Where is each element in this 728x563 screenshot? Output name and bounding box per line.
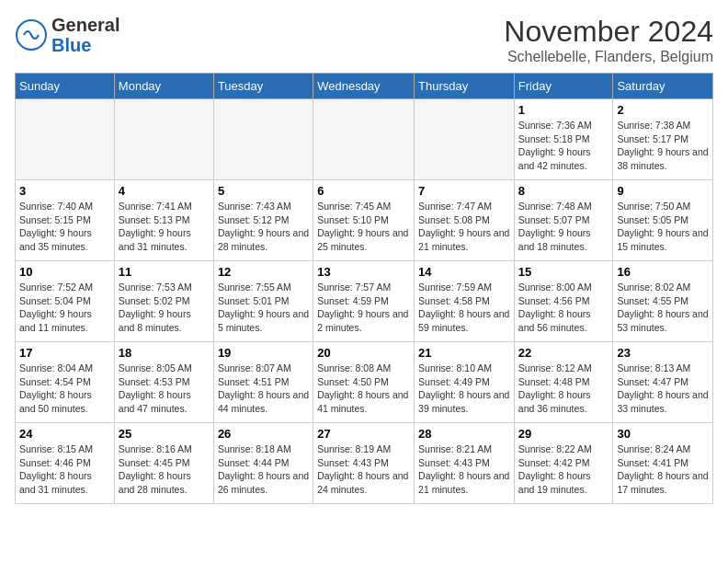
calendar-cell: 4Sunrise: 7:41 AM Sunset: 5:13 PM Daylig…	[114, 180, 213, 261]
cell-info: Sunrise: 8:02 AM Sunset: 4:55 PM Dayligh…	[617, 281, 709, 335]
day-number: 10	[19, 265, 110, 279]
calendar-cell: 9Sunrise: 7:50 AM Sunset: 5:05 PM Daylig…	[613, 180, 713, 261]
day-header-tuesday: Tuesday	[213, 74, 313, 99]
calendar-cell: 6Sunrise: 7:45 AM Sunset: 5:10 PM Daylig…	[313, 180, 415, 261]
cell-info: Sunrise: 8:16 AM Sunset: 4:45 PM Dayligh…	[119, 442, 210, 497]
cell-info: Sunrise: 8:12 AM Sunset: 4:48 PM Dayligh…	[518, 362, 609, 416]
cell-info: Sunrise: 8:07 AM Sunset: 4:51 PM Dayligh…	[218, 362, 309, 416]
cell-info: Sunrise: 7:41 AM Sunset: 5:13 PM Dayligh…	[119, 200, 210, 254]
calendar-cell: 1Sunrise: 7:36 AM Sunset: 5:18 PM Daylig…	[514, 99, 613, 180]
day-number: 25	[119, 427, 210, 441]
day-number: 2	[617, 103, 709, 117]
cell-info: Sunrise: 7:50 AM Sunset: 5:05 PM Dayligh…	[617, 200, 709, 254]
day-number: 21	[418, 346, 510, 360]
calendar-cell: 7Sunrise: 7:47 AM Sunset: 5:08 PM Daylig…	[415, 180, 515, 261]
day-header-thursday: Thursday	[415, 74, 515, 99]
cell-info: Sunrise: 8:21 AM Sunset: 4:43 PM Dayligh…	[418, 442, 510, 497]
calendar-cell: 18Sunrise: 8:05 AM Sunset: 4:53 PM Dayli…	[114, 342, 213, 423]
day-number: 5	[218, 184, 309, 198]
day-header-friday: Friday	[514, 74, 613, 99]
cell-info: Sunrise: 8:15 AM Sunset: 4:46 PM Dayligh…	[19, 442, 110, 497]
cell-info: Sunrise: 8:04 AM Sunset: 4:54 PM Dayligh…	[19, 362, 110, 416]
week-row-4: 17Sunrise: 8:04 AM Sunset: 4:54 PM Dayli…	[16, 342, 713, 423]
page-header: General Blue November 2024 Schellebelle,…	[15, 15, 713, 65]
calendar-cell: 8Sunrise: 7:48 AM Sunset: 5:07 PM Daylig…	[514, 180, 613, 261]
day-number: 9	[617, 184, 709, 198]
day-number: 26	[218, 427, 309, 441]
location-subtitle: Schellebelle, Flanders, Belgium	[504, 49, 713, 65]
cell-info: Sunrise: 7:52 AM Sunset: 5:04 PM Dayligh…	[19, 281, 110, 335]
calendar-cell: 16Sunrise: 8:02 AM Sunset: 4:55 PM Dayli…	[613, 261, 713, 342]
day-number: 3	[19, 184, 110, 198]
calendar-header-row: SundayMondayTuesdayWednesdayThursdayFrid…	[16, 74, 713, 99]
cell-info: Sunrise: 8:24 AM Sunset: 4:41 PM Dayligh…	[617, 442, 709, 497]
calendar-cell: 28Sunrise: 8:21 AM Sunset: 4:43 PM Dayli…	[415, 423, 515, 504]
week-row-3: 10Sunrise: 7:52 AM Sunset: 5:04 PM Dayli…	[16, 261, 713, 342]
day-number: 4	[119, 184, 210, 198]
cell-info: Sunrise: 8:19 AM Sunset: 4:43 PM Dayligh…	[317, 442, 410, 497]
cell-info: Sunrise: 8:13 AM Sunset: 4:47 PM Dayligh…	[617, 362, 709, 416]
calendar-cell	[114, 99, 213, 180]
day-number: 29	[518, 427, 609, 441]
day-header-wednesday: Wednesday	[313, 74, 415, 99]
cell-info: Sunrise: 8:10 AM Sunset: 4:49 PM Dayligh…	[418, 362, 510, 416]
calendar-cell: 10Sunrise: 7:52 AM Sunset: 5:04 PM Dayli…	[16, 261, 115, 342]
logo-blue: Blue	[51, 35, 91, 55]
calendar-cell: 22Sunrise: 8:12 AM Sunset: 4:48 PM Dayli…	[514, 342, 613, 423]
day-number: 15	[518, 265, 609, 279]
cell-info: Sunrise: 8:22 AM Sunset: 4:42 PM Dayligh…	[518, 442, 609, 497]
week-row-5: 24Sunrise: 8:15 AM Sunset: 4:46 PM Dayli…	[16, 423, 713, 504]
calendar-cell: 24Sunrise: 8:15 AM Sunset: 4:46 PM Dayli…	[16, 423, 115, 504]
cell-info: Sunrise: 7:53 AM Sunset: 5:02 PM Dayligh…	[119, 281, 210, 335]
cell-info: Sunrise: 8:00 AM Sunset: 4:56 PM Dayligh…	[518, 281, 609, 335]
day-number: 1	[518, 103, 609, 117]
day-number: 6	[317, 184, 410, 198]
calendar-cell	[16, 99, 115, 180]
day-number: 16	[617, 265, 709, 279]
day-number: 18	[119, 346, 210, 360]
day-header-sunday: Sunday	[16, 74, 115, 99]
day-number: 8	[518, 184, 609, 198]
calendar-cell: 27Sunrise: 8:19 AM Sunset: 4:43 PM Dayli…	[313, 423, 415, 504]
day-header-monday: Monday	[114, 74, 213, 99]
calendar-cell: 30Sunrise: 8:24 AM Sunset: 4:41 PM Dayli…	[613, 423, 713, 504]
calendar-cell: 5Sunrise: 7:43 AM Sunset: 5:12 PM Daylig…	[213, 180, 313, 261]
day-number: 14	[418, 265, 510, 279]
calendar-cell: 12Sunrise: 7:55 AM Sunset: 5:01 PM Dayli…	[213, 261, 313, 342]
day-number: 20	[317, 346, 410, 360]
calendar-cell	[313, 99, 415, 180]
calendar-cell: 25Sunrise: 8:16 AM Sunset: 4:45 PM Dayli…	[114, 423, 213, 504]
day-number: 30	[617, 427, 709, 441]
day-number: 12	[218, 265, 309, 279]
cell-info: Sunrise: 7:55 AM Sunset: 5:01 PM Dayligh…	[218, 281, 309, 335]
day-number: 28	[418, 427, 510, 441]
title-area: November 2024 Schellebelle, Flanders, Be…	[504, 15, 713, 65]
day-number: 22	[518, 346, 609, 360]
calendar-cell: 13Sunrise: 7:57 AM Sunset: 4:59 PM Dayli…	[313, 261, 415, 342]
day-number: 17	[19, 346, 110, 360]
cell-info: Sunrise: 8:08 AM Sunset: 4:50 PM Dayligh…	[317, 362, 410, 416]
cell-info: Sunrise: 8:05 AM Sunset: 4:53 PM Dayligh…	[119, 362, 210, 416]
day-number: 27	[317, 427, 410, 441]
calendar-cell: 14Sunrise: 7:59 AM Sunset: 4:58 PM Dayli…	[415, 261, 515, 342]
day-number: 13	[317, 265, 410, 279]
day-number: 19	[218, 346, 309, 360]
calendar-cell: 23Sunrise: 8:13 AM Sunset: 4:47 PM Dayli…	[613, 342, 713, 423]
calendar-cell: 19Sunrise: 8:07 AM Sunset: 4:51 PM Dayli…	[213, 342, 313, 423]
day-number: 23	[617, 346, 709, 360]
logo: General Blue	[15, 15, 119, 55]
calendar-cell: 21Sunrise: 8:10 AM Sunset: 4:49 PM Dayli…	[415, 342, 515, 423]
cell-info: Sunrise: 7:48 AM Sunset: 5:07 PM Dayligh…	[518, 200, 609, 254]
calendar-cell: 20Sunrise: 8:08 AM Sunset: 4:50 PM Dayli…	[313, 342, 415, 423]
calendar-table: SundayMondayTuesdayWednesdayThursdayFrid…	[15, 73, 713, 504]
month-title: November 2024	[504, 15, 713, 49]
week-row-1: 1Sunrise: 7:36 AM Sunset: 5:18 PM Daylig…	[16, 99, 713, 180]
calendar-cell: 17Sunrise: 8:04 AM Sunset: 4:54 PM Dayli…	[16, 342, 115, 423]
calendar-cell	[213, 99, 313, 180]
calendar-cell: 26Sunrise: 8:18 AM Sunset: 4:44 PM Dayli…	[213, 423, 313, 504]
day-number: 24	[19, 427, 110, 441]
cell-info: Sunrise: 7:40 AM Sunset: 5:15 PM Dayligh…	[19, 200, 110, 254]
cell-info: Sunrise: 7:57 AM Sunset: 4:59 PM Dayligh…	[317, 281, 410, 335]
cell-info: Sunrise: 7:59 AM Sunset: 4:58 PM Dayligh…	[418, 281, 510, 335]
cell-info: Sunrise: 7:47 AM Sunset: 5:08 PM Dayligh…	[418, 200, 510, 254]
